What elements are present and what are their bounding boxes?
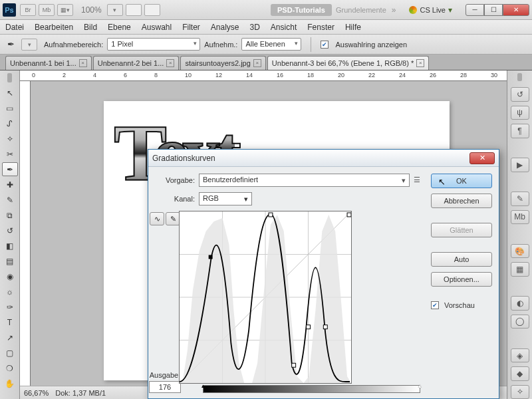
workspace-secondary[interactable]: Grundelemente: [336, 6, 386, 14]
smooth-button[interactable]: Glätten: [431, 223, 492, 237]
dialog-titlebar[interactable]: Gradationskurven ✕: [148, 150, 499, 167]
curve-graph[interactable]: [179, 211, 352, 384]
tool-preset-dropdown[interactable]: ▾: [21, 39, 37, 51]
menu-fenster[interactable]: Fenster: [307, 23, 334, 32]
panel-usb-icon[interactable]: ψ: [511, 106, 529, 120]
panel-grip-icon[interactable]: [517, 73, 522, 81]
ruler-vertical[interactable]: [20, 81, 31, 386]
dialog-title: Gradationskurven: [152, 154, 469, 163]
cancel-button[interactable]: Abbrechen: [431, 194, 492, 208]
chevron-right-icon[interactable]: »: [392, 5, 396, 15]
preset-combo[interactable]: Benutzerdefiniert: [199, 174, 410, 187]
curve-svg: [180, 211, 351, 383]
hand-tool[interactable]: ✋: [2, 376, 18, 390]
curve-point-tool[interactable]: ∿: [150, 212, 164, 225]
lasso-tool[interactable]: ᔑ: [2, 116, 18, 130]
photoshop-logo-icon: Ps: [3, 3, 16, 17]
svg-rect-7: [209, 255, 213, 259]
menu-analyse[interactable]: Analyse: [211, 23, 239, 32]
stamp-tool[interactable]: ⧉: [2, 208, 18, 222]
brush-tool[interactable]: ✎: [2, 193, 18, 207]
preset-menu-icon[interactable]: ☰: [414, 176, 423, 185]
move-tool[interactable]: ↖: [2, 86, 18, 100]
type-tool[interactable]: T: [2, 315, 18, 329]
panel-adjust-icon[interactable]: ◐: [511, 296, 529, 310]
palette-grip-icon[interactable]: [7, 73, 12, 82]
panel-paragraph-icon[interactable]: ¶: [511, 124, 529, 138]
menu-auswahl[interactable]: Auswahl: [142, 23, 172, 32]
panel-channels-icon[interactable]: ◆: [511, 366, 529, 380]
eraser-tool[interactable]: ◧: [2, 239, 18, 253]
show-ring-checkbox[interactable]: ✔: [321, 41, 329, 49]
close-button[interactable]: ✕: [503, 4, 529, 16]
cs-live-button[interactable]: CS Live ▾: [409, 5, 452, 15]
panel-paths-icon[interactable]: ✧: [511, 385, 529, 399]
blur-tool[interactable]: ◉: [2, 269, 18, 283]
history-brush-tool[interactable]: ↺: [2, 223, 18, 237]
panel-layers-icon[interactable]: ◈: [511, 348, 529, 362]
menu-ebene[interactable]: Ebene: [108, 23, 131, 32]
ok-button[interactable]: ↖OK: [431, 174, 492, 188]
minibridge-icon[interactable]: Mb: [39, 4, 55, 16]
panel-mask-icon[interactable]: ◯: [511, 315, 529, 329]
marquee-tool[interactable]: ▭: [2, 101, 18, 115]
heal-tool[interactable]: ✚: [2, 178, 18, 192]
options-button[interactable]: Optionen...: [431, 272, 492, 287]
output-field[interactable]: [149, 381, 181, 393]
menu-bearbeiten[interactable]: Bearbeiten: [35, 23, 73, 32]
wand-tool[interactable]: ✧: [2, 132, 18, 146]
menu-ansicht[interactable]: Ansicht: [271, 23, 297, 32]
panel-history-icon[interactable]: ↺: [511, 87, 529, 101]
gradient-tool[interactable]: ▤: [2, 254, 18, 268]
pen-tool[interactable]: ✑: [2, 300, 18, 314]
workspace-button[interactable]: PSD-Tutorials: [271, 4, 332, 16]
close-icon[interactable]: ×: [79, 59, 87, 67]
maximize-button[interactable]: ☐: [484, 4, 503, 16]
cursor-icon: ↖: [438, 176, 446, 189]
panel-styles-icon[interactable]: ▦: [511, 262, 529, 276]
layout-icon[interactable]: ▦▾: [57, 4, 73, 16]
close-icon[interactable]: ×: [416, 59, 424, 67]
doc-arrange-icon[interactable]: [126, 4, 142, 16]
screen-mode-icon[interactable]: [144, 4, 160, 16]
panel-play-icon[interactable]: ▶: [511, 158, 529, 172]
doc-tab-4[interactable]: Unbenannt-3 bei 66,7% (Ebene 1, RGB/8) *…: [267, 56, 429, 70]
sample-layers-combo[interactable]: Alle Ebenen: [241, 38, 301, 51]
sample-size-combo[interactable]: 1 Pixel: [107, 38, 200, 51]
preview-checkbox[interactable]: ✔: [431, 301, 439, 309]
path-tool[interactable]: ↗: [2, 331, 18, 344]
crop-tool[interactable]: ✂: [2, 147, 18, 161]
preset-label: Vorgabe:: [155, 176, 195, 184]
eyedropper-tool[interactable]: ✒: [2, 162, 18, 176]
minimize-button[interactable]: ─: [466, 4, 484, 16]
channel-combo[interactable]: RGB: [199, 192, 252, 205]
status-zoom[interactable]: 66,67%: [24, 389, 49, 397]
close-icon[interactable]: ×: [253, 59, 261, 67]
channel-label: Kanal:: [166, 195, 195, 203]
dodge-tool[interactable]: ☼: [2, 285, 18, 299]
panel-brush-icon[interactable]: ✎: [511, 192, 529, 205]
bridge-icon[interactable]: Br: [20, 4, 36, 16]
dialog-close-button[interactable]: ✕: [469, 152, 495, 164]
panel-mb-icon[interactable]: Mb: [511, 210, 529, 224]
doc-tab-2[interactable]: Unbenannt-2 bei 1...×: [93, 56, 180, 70]
panel-swatches-icon[interactable]: 🎨: [511, 244, 529, 258]
ruler-horizontal[interactable]: 0 2 4 6 8 10 12 14 16 18 20 22 24 26 28 …: [20, 70, 507, 81]
shape-tool[interactable]: ▢: [2, 346, 18, 360]
menu-filter[interactable]: Filter: [182, 23, 200, 32]
doc-tab-1[interactable]: Unbenannt-1 bei 1...×: [5, 56, 92, 70]
doc-tab-3[interactable]: stairsuntoayers2.jpg×: [180, 56, 265, 70]
curve-pencil-tool[interactable]: ✎: [166, 212, 180, 225]
menu-datei[interactable]: Datei: [5, 23, 24, 32]
close-icon[interactable]: ×: [166, 59, 174, 67]
zoom-dropdown-icon[interactable]: ▾: [107, 4, 123, 16]
svg-rect-9: [292, 363, 296, 367]
3d-tool[interactable]: ❍: [2, 361, 18, 375]
status-docinfo[interactable]: Dok: 1,37 MB/1: [55, 389, 106, 397]
input-gradient-strip[interactable]: ▴ ▴: [203, 385, 420, 393]
menu-bild[interactable]: Bild: [84, 23, 97, 32]
zoom-level[interactable]: 100%: [81, 5, 102, 15]
menu-3d[interactable]: 3D: [250, 23, 260, 32]
menu-hilfe[interactable]: Hilfe: [345, 23, 361, 32]
auto-button[interactable]: Auto: [431, 252, 492, 267]
